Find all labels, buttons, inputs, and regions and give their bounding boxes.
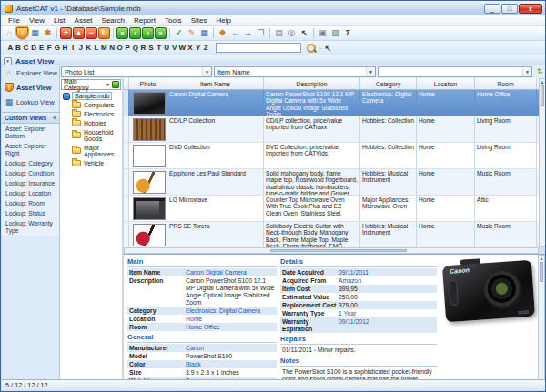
toolbar-button[interactable] [213,28,214,38]
toolbar-button[interactable]: ← [229,27,241,39]
pointer-mode-icon[interactable]: ↖ [324,44,331,53]
toolbar-button[interactable]: ! [16,27,28,39]
letter-button[interactable]: D [30,44,38,52]
letter-button[interactable]: K [85,44,93,52]
grid-horizontal-scrollbar[interactable] [124,247,539,254]
collapse-panel-icon[interactable]: ▾ [4,57,12,65]
grouping-combo[interactable]: Main Category ▼ [61,79,121,90]
sidebar-view-item[interactable]: ▦ Lookup View [2,95,59,109]
toolbar-button[interactable] [313,28,314,38]
letter-button[interactable]: P [124,44,132,52]
letter-button[interactable]: W [178,44,187,52]
tree-folder-node[interactable]: Vehicle [60,158,122,167]
table-row[interactable]: LG Microwave Counter Top Microwave Oven … [124,196,539,222]
custom-views-header[interactable]: Custom Views « [2,112,59,124]
menu-item[interactable]: Tools [160,16,187,25]
toolbar-button[interactable]: ▦ [29,27,41,39]
letter-button[interactable]: H [61,44,69,52]
sort-field-combo[interactable]: Item Name ▼ [214,66,376,77]
letter-button[interactable]: L [93,44,101,52]
toolbar-button[interactable]: ❐ [255,27,267,39]
tree-folder-node[interactable]: Household Goods [60,127,122,143]
menu-item[interactable]: Asset [70,16,97,25]
toolbar-button[interactable]: Σ [342,27,354,39]
tree-folder-node[interactable]: Electronics [60,109,122,118]
toolbar-button[interactable]: ▨ [329,27,341,39]
letter-button[interactable]: X [187,44,195,52]
grid-vertical-scrollbar[interactable]: ▲ [539,78,546,247]
asset-photo[interactable]: Canon S100 [442,258,535,322]
title-bar[interactable]: AssetCAT v1 - \Database\Sample.mdb _ □ x [1,1,545,15]
toolbar-button[interactable]: ▲ [73,27,85,39]
custom-view-item[interactable]: Lookup: Warranty Type [2,218,59,236]
tree-folder-node[interactable]: Hobbies [60,118,122,127]
menu-item[interactable]: Sites [187,16,212,25]
custom-view-item[interactable]: Lookup: Insurance [2,178,59,188]
minimize-button[interactable]: _ [484,4,500,14]
menu-item[interactable]: List [49,16,69,25]
letter-button[interactable]: G [54,44,62,52]
chevron-down-icon[interactable]: ▼ [104,82,112,87]
tree-root-node[interactable]: Sample.mdb [63,92,122,100]
table-row[interactable]: DVD Collection DVD Collection, price/val… [124,143,539,169]
toolbar-button[interactable] [113,28,114,38]
letter-button[interactable]: T [155,44,163,52]
menu-item[interactable]: Help [211,16,235,25]
toolbar-button[interactable]: + [60,27,72,39]
letter-button[interactable]: E [37,44,46,52]
custom-view-item[interactable]: Asset: Explorer Bottom [2,124,59,141]
column-header[interactable]: Photo [129,78,167,89]
letter-button[interactable]: C [22,44,30,52]
table-row[interactable]: PRS SE Torero Solidbody Electric Guitar … [124,222,539,247]
letter-button[interactable]: S [147,44,156,52]
letter-button[interactable]: J [76,44,85,52]
toolbar-button[interactable]: → [242,27,254,39]
custom-view-item[interactable]: Lookup: Location [2,188,59,198]
toolbar-button[interactable]: ✱ [42,27,54,39]
maximize-button[interactable]: □ [501,4,518,14]
table-row[interactable]: Canon Digital Camera Canon PowerShot S10… [124,90,539,116]
letter-button[interactable]: R [139,44,147,52]
column-header[interactable]: Room [475,78,537,89]
tree-folder-node[interactable]: Computers [60,100,122,109]
filter-funnel-icon[interactable] [112,81,119,88]
letter-button[interactable]: Y [194,44,202,52]
sidebar-view-item[interactable]: ! Asset View [2,80,59,95]
toolbar-button[interactable]: ▣ [317,27,329,39]
tree-folder-node[interactable]: Major Appliances [60,143,122,158]
column-header[interactable]: Category [360,78,417,89]
toolbar-button[interactable]: ▦ [198,27,210,39]
pin-icon[interactable]: « [53,115,56,121]
chevron-down-icon[interactable]: ▼ [522,67,531,76]
column-header[interactable]: Item Name [167,78,264,89]
toolbar-button[interactable]: ⌂ [4,27,15,39]
toolbar-button[interactable]: » [155,27,167,39]
letter-button[interactable]: U [163,44,171,52]
toolbar-button[interactable]: − [86,27,97,39]
search-input[interactable] [216,43,301,53]
toolbar-button[interactable] [269,28,270,38]
custom-view-item[interactable]: Lookup: Category [2,158,59,168]
letter-button[interactable]: N [108,44,116,52]
menu-item[interactable]: Search [97,16,129,25]
custom-view-item[interactable]: Asset: Explorer Right [2,141,59,158]
letter-button[interactable]: I [69,44,77,52]
custom-view-item[interactable]: Lookup: Condition [2,168,59,178]
search-icon[interactable] [306,43,317,54]
menu-item[interactable]: View [25,16,49,25]
letter-button[interactable]: M [100,44,108,52]
close-button[interactable]: x [519,4,542,14]
table-row[interactable]: Epiphone Les Paul Standard Solid mahogan… [124,169,539,196]
sidebar-view-item[interactable]: ⌂ Explorer View [2,65,59,80]
toolbar-button[interactable]: ✎ [186,27,197,39]
toolbar-button[interactable] [56,28,57,38]
letter-button[interactable]: O [116,44,124,52]
view-list-combo[interactable]: Photo List ▼ [61,66,212,77]
column-header[interactable]: Location [417,78,475,89]
chevron-down-icon[interactable]: ▼ [366,67,375,76]
toolbar-button[interactable]: › [142,27,154,39]
letter-button[interactable]: B [15,44,23,52]
toolbar-button[interactable]: ‹ [129,27,141,39]
search-dropdown-icon[interactable]: - [319,45,321,51]
custom-view-item[interactable]: Lookup: Room [2,198,59,208]
